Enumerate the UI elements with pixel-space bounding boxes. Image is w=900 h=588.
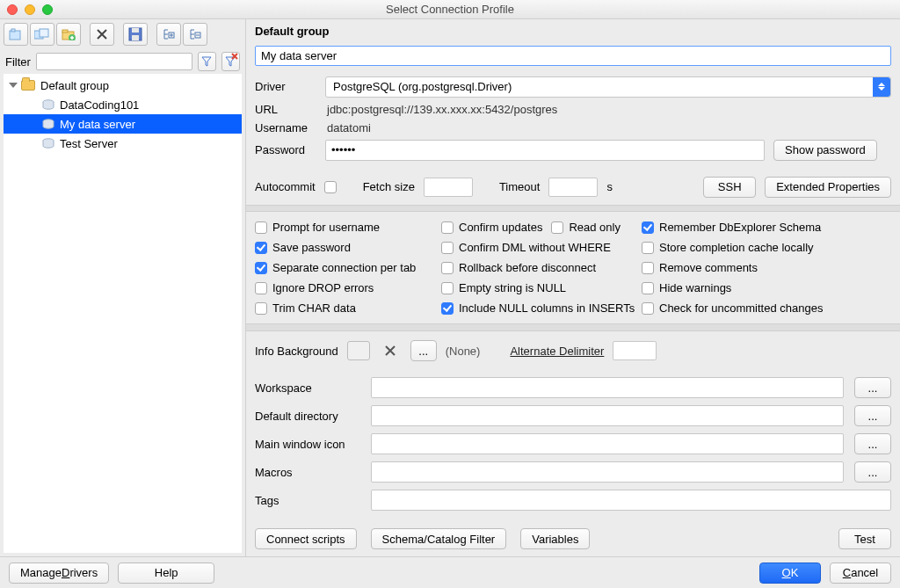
delete-profile-button[interactable] <box>90 23 114 46</box>
manage-drivers-button[interactable]: Manage Drivers <box>9 563 109 584</box>
checkbox-confirm_updates[interactable]: Confirm updatesRead only <box>441 221 642 234</box>
checkbox-box[interactable] <box>441 242 454 254</box>
tree-profile-row-selected[interactable]: My data server <box>4 114 242 134</box>
checkbox-check_for_uncommitted_changes[interactable]: Check for uncommitted changes <box>642 301 891 315</box>
checkbox-box[interactable] <box>441 262 454 274</box>
checkbox-rollback_before_disconnect[interactable]: Rollback before disconnect <box>441 261 642 274</box>
checkbox-confirm_dml_without_where[interactable]: Confirm DML without WHERE <box>441 241 642 254</box>
checkbox-hide_warnings[interactable]: Hide warnings <box>642 281 891 294</box>
new-profile-button[interactable] <box>4 23 28 46</box>
profile-name-input[interactable] <box>255 46 891 65</box>
test-button[interactable]: Test <box>838 528 891 549</box>
right-panel: Default group Driver PostgreSQL (org.pos… <box>246 19 900 556</box>
divider <box>246 205 900 213</box>
checkbox-empty_string_is_null[interactable]: Empty string is NULL <box>441 281 642 294</box>
cancel-button[interactable]: Cancel <box>830 563 891 584</box>
collapse-tree-button[interactable] <box>183 23 207 46</box>
checkbox-box[interactable] <box>642 302 654 315</box>
ok-button[interactable]: OK <box>759 563 821 584</box>
checkbox-box[interactable] <box>255 262 267 274</box>
password-input[interactable] <box>325 140 765 161</box>
profile-tree[interactable]: Default group DataCoding101 My data serv… <box>4 74 242 553</box>
info-background-row: Info Background ... (None) Alternate Del… <box>246 335 900 367</box>
checkbox-box[interactable] <box>551 221 563 234</box>
username-value[interactable]: datatomi <box>325 121 891 134</box>
checkbox-box[interactable] <box>255 302 267 315</box>
save-profile-button[interactable] <box>123 23 148 46</box>
disclosure-triangle-icon[interactable] <box>9 83 18 88</box>
macros-label: Macros <box>255 466 360 479</box>
checkbox-trim_char_data[interactable]: Trim CHAR data <box>255 301 441 315</box>
alternate-delimiter-link[interactable]: Alternate Delimiter <box>510 345 604 358</box>
checkbox-label: Separate connection per tab <box>272 261 416 274</box>
extended-properties-button[interactable]: Extended Properties <box>765 177 891 198</box>
svg-rect-3 <box>40 29 48 37</box>
checkbox-ignore_drop_errors[interactable]: Ignore DROP errors <box>255 281 441 294</box>
default-directory-input[interactable] <box>371 405 844 426</box>
checkbox-box[interactable] <box>642 282 654 294</box>
main-window-icon-input[interactable] <box>371 433 844 454</box>
fetch-size-input[interactable] <box>424 178 473 197</box>
copy-profile-button[interactable] <box>30 23 54 46</box>
connect-scripts-button[interactable]: Connect scripts <box>255 528 357 549</box>
checkbox-box[interactable] <box>642 221 654 234</box>
info-bg-color-swatch[interactable] <box>347 341 370 360</box>
tree-profile-label: My data server <box>60 118 135 131</box>
new-group-button[interactable] <box>56 23 81 46</box>
checkbox-prompt_username[interactable]: Prompt for username <box>255 221 441 234</box>
main-window-icon-browse-button[interactable]: ... <box>854 433 891 454</box>
macros-input[interactable] <box>371 461 844 483</box>
alternate-delimiter-input[interactable] <box>613 341 657 360</box>
workspace-browse-button[interactable]: ... <box>854 377 891 398</box>
driver-select[interactable]: PostgreSQL (org.postgresql.Driver) <box>325 76 891 98</box>
autocommit-label: Autocommit <box>255 180 316 193</box>
choose-color-button[interactable]: ... <box>410 340 437 361</box>
variables-button[interactable]: Variables <box>520 528 590 549</box>
clear-color-button[interactable] <box>379 341 402 360</box>
checkbox-include_null_columns_in_inserts[interactable]: Include NULL columns in INSERTs <box>441 301 642 315</box>
filter-input[interactable] <box>36 53 192 70</box>
apply-filter-button[interactable] <box>198 52 216 71</box>
profile-toolbar <box>0 19 245 49</box>
checkbox-remove_comments[interactable]: Remove comments <box>642 261 891 274</box>
options-checkboxes: Prompt for usernameSave passwordSeparate… <box>246 215 900 320</box>
svg-rect-1 <box>11 29 15 32</box>
clear-filter-button[interactable] <box>221 52 240 71</box>
checkbox-box[interactable] <box>255 221 267 234</box>
expand-tree-button[interactable] <box>156 23 181 46</box>
tree-profile-row[interactable]: Test Server <box>4 134 242 153</box>
tree-group-row[interactable]: Default group <box>4 76 242 95</box>
database-icon <box>42 99 54 110</box>
help-button[interactable]: Help <box>118 563 214 584</box>
username-label: Username <box>255 121 316 134</box>
checkbox-box[interactable] <box>441 282 454 294</box>
ssh-button[interactable]: SSH <box>703 177 756 198</box>
checkbox-box[interactable] <box>642 242 654 254</box>
checkbox-save_password[interactable]: Save password <box>255 241 441 254</box>
connection-form: Driver PostgreSQL (org.postgresql.Driver… <box>246 69 900 173</box>
checkbox-remember_dbexplorer_schema[interactable]: Remember DbExplorer Schema <box>642 221 891 234</box>
tree-group-label: Default group <box>40 79 109 92</box>
checkbox-label: Trim CHAR data <box>272 301 356 315</box>
workspace-input[interactable] <box>371 377 844 398</box>
checkbox-label: Confirm DML without WHERE <box>459 241 611 254</box>
checkbox-box[interactable] <box>441 302 454 315</box>
tree-profile-row[interactable]: DataCoding101 <box>4 95 242 114</box>
default-directory-browse-button[interactable]: ... <box>854 405 891 426</box>
tags-input[interactable] <box>371 490 891 511</box>
timeout-input[interactable] <box>548 178 598 197</box>
checkbox-box[interactable] <box>255 242 267 254</box>
checkbox-box[interactable] <box>441 221 454 234</box>
macros-browse-button[interactable]: ... <box>854 461 891 483</box>
show-password-button[interactable]: Show password <box>773 140 877 161</box>
checkbox-box[interactable] <box>642 262 654 274</box>
autocommit-checkbox[interactable] <box>324 181 337 193</box>
url-label: URL <box>255 103 316 116</box>
svg-rect-5 <box>62 30 68 33</box>
checkbox-box[interactable] <box>255 282 267 294</box>
checkbox-separate_connection_per_tab[interactable]: Separate connection per tab <box>255 261 441 274</box>
url-value[interactable]: jdbc:postgresql://139.xx.xxx.xx:5432/pos… <box>325 103 891 116</box>
schema-catalog-filter-button[interactable]: Schema/Catalog Filter <box>371 528 507 549</box>
checkbox-store_completion_cache_locally[interactable]: Store completion cache locally <box>642 241 891 254</box>
checkbox-label: Include NULL columns in INSERTs <box>459 301 635 315</box>
